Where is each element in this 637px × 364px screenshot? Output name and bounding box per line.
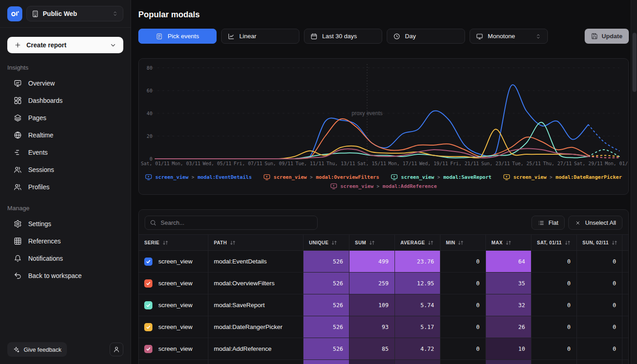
create-report-button[interactable]: Create report — [7, 37, 123, 53]
sidebar-item-references[interactable]: References — [7, 233, 123, 250]
undo-icon — [14, 272, 22, 280]
sidebar-item-dashboards[interactable]: Dashboards — [7, 92, 123, 109]
overview-icon — [14, 79, 22, 87]
column-header-stub — [622, 235, 628, 250]
metric-cell: 35 — [486, 273, 531, 294]
openpanel-logo[interactable] — [7, 6, 22, 21]
svg-text:Wed, 05/11: Wed, 05/11 — [202, 161, 231, 166]
metric-cell — [577, 360, 622, 364]
legend-event: screen_view — [273, 174, 307, 180]
pick-events-button[interactable]: Pick events — [138, 29, 217, 44]
metric-cell — [349, 360, 395, 364]
user-icon — [113, 346, 120, 353]
row-checkbox[interactable] — [144, 258, 152, 266]
chart-legend: screen_view>modal:EventDetailsscreen_vie… — [139, 172, 628, 191]
date-range-label: Last 30 days — [322, 33, 357, 40]
column-header-max[interactable]: MAX — [486, 235, 531, 250]
sidebar-item-label: Pages — [28, 114, 46, 121]
row-checkbox[interactable] — [144, 301, 152, 309]
svg-text:Sat, 29/11: Sat, 29/11 — [574, 161, 602, 166]
path-cell: modal:DateRangerPicker — [208, 316, 303, 338]
workspace-selector[interactable]: Public Web — [26, 6, 123, 21]
workspace-name: Public Web — [43, 10, 77, 17]
flat-toggle-button[interactable]: Flat — [531, 216, 565, 230]
column-header-min[interactable]: MIN — [440, 235, 486, 250]
column-label: PATH — [214, 240, 227, 245]
legend-item-modal-eventdetails[interactable]: screen_view>modal:EventDetails — [145, 174, 252, 181]
legend-item-modal-overviewfilters[interactable]: screen_view>modal:OverviewFilters — [263, 174, 379, 181]
metric-cell: 0 — [577, 338, 622, 359]
metric-cell: 85 — [349, 338, 395, 359]
sidebar-item-label: Overview — [28, 80, 55, 87]
users-icon — [14, 183, 22, 191]
legend-item-modal-addreference[interactable]: screen_view>modal:AddReference — [330, 183, 437, 190]
metric-cell: 5.74 — [395, 294, 440, 316]
path-label: modal:SaveReport — [214, 302, 265, 308]
chart-type-button[interactable]: Linear — [221, 29, 299, 44]
column-label: MIN — [446, 240, 455, 245]
sidebar-item-label: Settings — [28, 220, 51, 228]
stub-cell — [622, 316, 628, 338]
update-button[interactable]: Update — [585, 29, 629, 44]
page-title: Popular modals — [138, 10, 637, 20]
row-checkbox[interactable] — [144, 279, 152, 288]
sidebar-nav: InsightsOverviewDashboardsPagesRealtimeE… — [0, 53, 131, 342]
scrollbar-thumb[interactable] — [632, 33, 637, 92]
user-menu-button[interactable] — [110, 343, 123, 356]
column-header-average[interactable]: AVERAGE — [395, 235, 440, 250]
column-header-unique[interactable]: UNIQUE — [303, 235, 349, 250]
sidebar-item-profiles[interactable]: Profiles — [7, 178, 123, 196]
bell-icon — [14, 254, 22, 263]
column-header-sat-01-11[interactable]: SAT, 01/11 — [531, 235, 577, 250]
sort-icon — [369, 240, 375, 246]
svg-text:Sat, 01/11: Sat, 01/11 — [141, 161, 169, 166]
legend-item-modal-savereport[interactable]: screen_view>modal:SaveReport — [391, 174, 491, 181]
sidebar-item-settings[interactable]: Settings — [7, 215, 123, 233]
give-feedback-button[interactable]: Give feedback — [7, 342, 67, 357]
sidebar-item-pages[interactable]: Pages — [7, 109, 123, 126]
metric-cell: 0 — [440, 338, 486, 359]
metric-cell: 23.76 — [395, 251, 440, 272]
monitor-play-icon — [330, 183, 337, 190]
column-header-sum[interactable]: SUM — [349, 235, 395, 250]
svg-text:Tue, 25/11: Tue, 25/11 — [512, 161, 541, 166]
logo-glyph — [10, 9, 20, 18]
sparkles-icon — [13, 346, 20, 353]
gear-icon — [14, 220, 22, 228]
row-checkbox[interactable] — [144, 345, 152, 353]
table-row — [139, 360, 628, 364]
path-label: modal:EventDetails — [214, 258, 267, 265]
interval-button[interactable]: Day — [387, 29, 465, 44]
line-style-select[interactable]: Monotone — [470, 29, 548, 44]
unselect-all-button[interactable]: Unselect All — [568, 216, 622, 230]
sidebar-item-overview[interactable]: Overview — [7, 75, 123, 92]
row-checkbox[interactable] — [144, 323, 152, 331]
svg-text:Fri, 21/11: Fri, 21/11 — [450, 161, 479, 166]
metric-cell: 526 — [303, 316, 349, 338]
column-header-serie[interactable]: SERIE — [139, 235, 208, 250]
legend-item-modal-daterangerpicker[interactable]: screen_view>modal:DateRangerPicker — [503, 174, 622, 181]
give-feedback-label: Give feedback — [24, 346, 61, 353]
search-input[interactable] — [161, 219, 313, 226]
metric-cell: 526 — [303, 251, 349, 272]
legend-row: screen_view>modal:AddReference — [139, 182, 628, 191]
path-label: modal:DateRangerPicker — [214, 324, 283, 330]
sidebar-item-events[interactable]: Events — [7, 144, 123, 161]
sidebar-item-realtime[interactable]: Realtime — [7, 126, 123, 144]
sidebar-item-label: Profiles — [28, 183, 50, 191]
column-header-path[interactable]: PATH — [208, 235, 303, 250]
clock-icon — [393, 33, 400, 40]
column-header-sun-02-11[interactable]: SUN, 02/11 — [577, 235, 622, 250]
scrollbar[interactable] — [631, 0, 637, 364]
sidebar-item-notifications[interactable]: Notifications — [7, 250, 123, 267]
metric-cell: 0 — [577, 251, 622, 272]
search-box[interactable] — [145, 216, 318, 230]
path-cell: modal:OverviewFilters — [208, 273, 303, 294]
sidebar-item-sessions[interactable]: Sessions — [7, 161, 123, 178]
svg-text:60: 60 — [147, 88, 152, 93]
svg-text:Mon, 17/11: Mon, 17/11 — [388, 161, 417, 166]
sidebar-item-back-to-workspace[interactable]: Back to workspace — [7, 267, 123, 284]
metric-cell: 259 — [349, 273, 395, 294]
path-cell: modal:SaveReport — [208, 294, 303, 316]
date-range-button[interactable]: Last 30 days — [304, 29, 382, 44]
